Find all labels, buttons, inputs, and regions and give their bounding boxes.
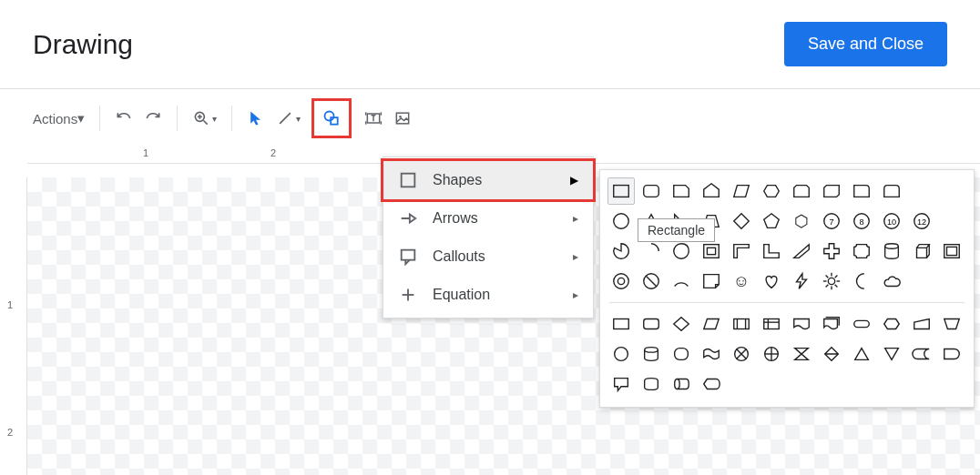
shape-hexagon-h[interactable]	[758, 177, 785, 205]
shape-cube[interactable]	[908, 238, 935, 265]
shape-cross[interactable]	[818, 238, 845, 265]
shape-dodecagon[interactable]: 12	[908, 207, 935, 235]
menu-item-equation[interactable]: Equation ▸	[383, 276, 593, 314]
shape-round-single[interactable]	[848, 177, 875, 205]
image-tool-button[interactable]	[390, 106, 415, 131]
dialog-title: Drawing	[33, 29, 133, 60]
menu-item-arrows[interactable]: Arrows ▸	[383, 199, 593, 238]
actions-menu-button[interactable]: Actions ▾	[29, 110, 88, 126]
svg-point-59	[645, 348, 658, 353]
shape-plaque[interactable]	[848, 238, 875, 265]
shape-sun[interactable]	[818, 268, 845, 295]
shape-hexagon[interactable]: ⬡	[788, 207, 815, 235]
shape-flow-summing[interactable]	[728, 340, 755, 368]
select-tool-button[interactable]	[243, 106, 269, 131]
dialog-header: Drawing Save and Close	[0, 0, 980, 88]
shape-heart[interactable]	[758, 268, 785, 295]
menu-item-shapes[interactable]: Shapes ▶	[383, 161, 593, 199]
shape-rounded-rectangle[interactable]	[638, 177, 665, 205]
textbox-tool-button[interactable]	[361, 106, 386, 131]
shape-parallelogram-r[interactable]	[728, 177, 755, 205]
shape-half-frame[interactable]	[728, 238, 755, 265]
shape-circle[interactable]	[607, 207, 635, 235]
shape-smiley[interactable]: ☺	[728, 268, 755, 295]
line-icon	[276, 109, 294, 127]
svg-rect-17	[402, 250, 415, 260]
shape-bevel[interactable]	[938, 238, 965, 265]
save-and-close-button[interactable]: Save and Close	[784, 22, 947, 66]
shape-folded-corner[interactable]	[698, 268, 725, 295]
svg-rect-35	[947, 247, 957, 255]
shape-arc[interactable]	[668, 268, 695, 295]
shape-flow-or[interactable]	[758, 340, 785, 368]
shape-flow-stored[interactable]	[908, 340, 935, 368]
shape-snip-diagonal[interactable]	[818, 177, 845, 205]
shape-octagon[interactable]: 8	[848, 207, 875, 235]
redo-button[interactable]	[140, 106, 166, 131]
shape-flow-extract[interactable]	[848, 340, 875, 368]
shape-flow-parallelogram[interactable]	[698, 310, 725, 338]
shape-flow-wave[interactable]	[698, 340, 725, 368]
shape-lightning[interactable]	[788, 268, 815, 295]
submenu-arrow-icon: ▸	[573, 288, 578, 301]
shape-flow-terminator[interactable]	[848, 310, 875, 338]
shape-flow-predefined[interactable]	[728, 310, 755, 338]
shape-flow-preparation[interactable]	[878, 310, 905, 338]
shape-flow-circle[interactable]	[607, 340, 635, 368]
shape-pentagon-up[interactable]	[698, 177, 725, 205]
shape-flow-document[interactable]	[788, 310, 815, 338]
shape-snip-corner[interactable]	[668, 177, 695, 205]
svg-text:10: 10	[887, 217, 896, 227]
shape-pentagon[interactable]	[758, 207, 785, 235]
shape-pie[interactable]	[607, 238, 635, 265]
shape-cloud[interactable]	[878, 268, 905, 295]
svg-rect-21	[644, 186, 659, 197]
svg-point-36	[614, 274, 629, 289]
svg-line-1	[204, 121, 208, 125]
shape-tooltip: Rectangle	[638, 218, 715, 242]
shape-moon[interactable]	[848, 268, 875, 295]
shape-can[interactable]	[878, 238, 905, 265]
svg-rect-16	[402, 174, 415, 187]
shape-donut[interactable]	[607, 268, 635, 295]
zoom-button[interactable]: ▾	[189, 106, 220, 131]
shape-decagon[interactable]: 10	[878, 207, 905, 235]
shape-flow-direct[interactable]	[668, 370, 695, 398]
line-tool-button[interactable]: ▾	[272, 106, 304, 131]
shape-no-symbol[interactable]	[638, 268, 665, 295]
shape-heptagon[interactable]: 7	[818, 207, 845, 235]
shape-tool-highlight	[311, 98, 352, 138]
shape-flow-roundrect[interactable]	[638, 310, 665, 338]
shape-flow-collate[interactable]	[788, 340, 815, 368]
shape-tool-button[interactable]	[315, 102, 348, 135]
shape-rectangle[interactable]	[607, 177, 635, 205]
shape-flow-magnetic[interactable]	[638, 370, 665, 398]
shape-flow-merge[interactable]	[878, 340, 905, 368]
palette-divider	[609, 302, 965, 303]
shape-flow-manual-input[interactable]	[908, 310, 935, 338]
shape-flow-diamond[interactable]	[668, 310, 695, 338]
shape-l-shape[interactable]	[758, 238, 785, 265]
vertical-ruler: 1 2	[0, 177, 27, 475]
shape-flow-rect[interactable]	[607, 310, 635, 338]
shape-snip-double[interactable]	[788, 177, 815, 205]
menu-item-callouts[interactable]: Callouts ▸	[383, 238, 593, 276]
shape-flow-drum[interactable]	[638, 340, 665, 368]
shape-round-double[interactable]	[878, 177, 905, 205]
shape-flow-delay[interactable]	[938, 340, 965, 368]
undo-icon	[115, 109, 133, 127]
shape-flow-multidoc[interactable]	[818, 310, 845, 338]
svg-line-46	[835, 285, 838, 288]
shape-diamond[interactable]	[728, 207, 755, 235]
shape-flow-internal[interactable]	[758, 310, 785, 338]
undo-button[interactable]	[111, 106, 137, 131]
shape-diagonal-stripe[interactable]	[788, 238, 815, 265]
shape-flow-squircle[interactable]	[668, 340, 695, 368]
shape-flow-sort[interactable]	[818, 340, 845, 368]
shape-flow-callout[interactable]	[607, 370, 635, 398]
zoom-icon	[192, 109, 210, 127]
svg-line-45	[826, 276, 829, 278]
shape-flow-display[interactable]	[698, 370, 725, 398]
shape-flow-manual-op[interactable]	[938, 310, 965, 338]
shapes-palette: ⬡781012☺	[599, 169, 975, 408]
